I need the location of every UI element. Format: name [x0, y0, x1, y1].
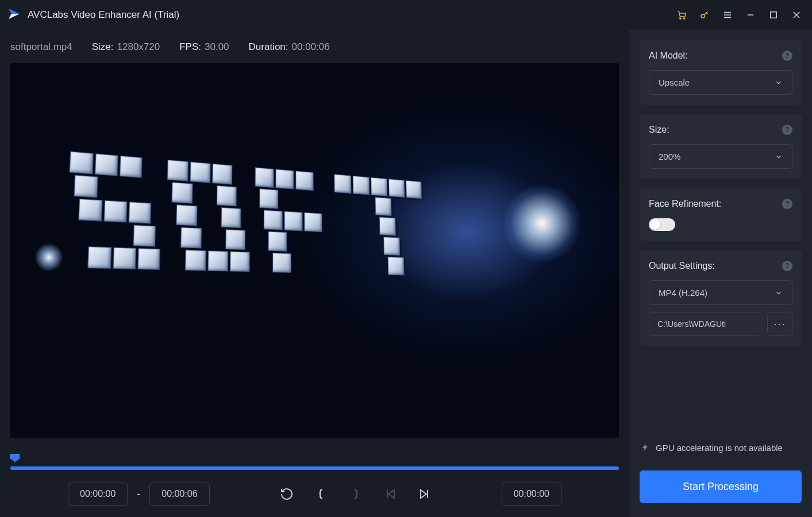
current-time[interactable]: 00:00:00: [502, 483, 561, 506]
duration-value: 00:00:06: [292, 41, 330, 52]
help-icon[interactable]: ?: [782, 125, 792, 135]
help-icon[interactable]: ?: [782, 261, 792, 271]
file-info-bar: softportal.mp4 Size:1280x720 FPS:30.00 D…: [10, 38, 619, 63]
size-setting-value: 200%: [659, 152, 680, 161]
menu-icon[interactable]: [722, 10, 733, 20]
browse-path-button[interactable]: ···: [767, 312, 792, 336]
svg-rect-7: [771, 12, 777, 18]
trim-start-time[interactable]: 00:00:00: [68, 483, 128, 506]
svg-point-0: [680, 18, 681, 19]
bolt-icon: [641, 442, 650, 453]
output-settings-section: Output Settings: ? MP4 (H.264) C:\Users\…: [640, 250, 802, 346]
rewind-loop-icon[interactable]: [280, 487, 294, 501]
help-icon[interactable]: ?: [782, 199, 792, 209]
video-preview[interactable]: [10, 63, 619, 438]
ai-model-dropdown[interactable]: Upscale: [649, 70, 792, 95]
output-path[interactable]: C:\Users\WDAGUti: [649, 312, 761, 336]
svg-marker-12: [421, 490, 426, 498]
timeline[interactable]: [10, 454, 619, 471]
size-value: 1280x720: [117, 41, 160, 52]
cart-icon[interactable]: [676, 10, 687, 20]
fps-label: FPS:: [179, 41, 201, 52]
svg-point-2: [701, 14, 705, 18]
titlebar: AVCLabs Video Enhancer AI (Trial): [0, 0, 812, 30]
size-section: Size: ? 200%: [640, 114, 802, 179]
svg-point-1: [683, 18, 684, 19]
chevron-down-icon: [775, 79, 783, 87]
ai-model-value: Upscale: [659, 78, 690, 87]
minimize-icon[interactable]: [745, 10, 756, 20]
trim-end-time[interactable]: 00:00:06: [149, 483, 209, 506]
output-settings-label: Output Settings:: [649, 261, 715, 271]
fps-value: 30.00: [205, 41, 229, 52]
ai-model-section: AI Model: ? Upscale: [640, 40, 802, 105]
face-refinement-toggle[interactable]: [649, 218, 675, 231]
output-format-value: MP4 (H.264): [659, 288, 707, 298]
app-logo-icon: [7, 7, 21, 23]
output-format-dropdown[interactable]: MP4 (H.264): [649, 280, 792, 305]
start-processing-button[interactable]: Start Processing: [640, 470, 802, 503]
next-frame-icon[interactable]: [418, 487, 432, 501]
maximize-icon[interactable]: [768, 10, 779, 20]
duration-label: Duration:: [249, 41, 288, 52]
playhead-marker[interactable]: [10, 454, 20, 462]
previous-frame-icon[interactable]: [383, 487, 397, 501]
face-refinement-section: Face Refinement: ?: [640, 188, 802, 241]
size-setting-label: Size:: [649, 125, 669, 135]
help-icon[interactable]: ?: [782, 51, 792, 61]
gpu-status-text: GPU accelerating is not available: [656, 443, 783, 453]
bracket-end-icon[interactable]: [349, 487, 363, 501]
size-dropdown[interactable]: 200%: [649, 144, 792, 169]
face-refinement-label: Face Refinement:: [649, 199, 721, 209]
app-title: AVCLabs Video Enhancer AI (Trial): [28, 9, 179, 21]
chevron-down-icon: [775, 289, 783, 297]
close-icon[interactable]: [791, 10, 802, 20]
chevron-down-icon: [775, 153, 783, 161]
size-label: Size:: [92, 41, 114, 52]
time-range-separator: -: [137, 488, 140, 500]
gpu-status: GPU accelerating is not available: [640, 442, 802, 453]
key-icon[interactable]: [699, 10, 710, 20]
filename: softportal.mp4: [10, 41, 72, 53]
svg-marker-11: [388, 490, 394, 498]
ai-model-label: AI Model:: [649, 51, 688, 61]
timeline-track[interactable]: [10, 466, 619, 470]
bracket-start-icon[interactable]: [314, 487, 328, 501]
